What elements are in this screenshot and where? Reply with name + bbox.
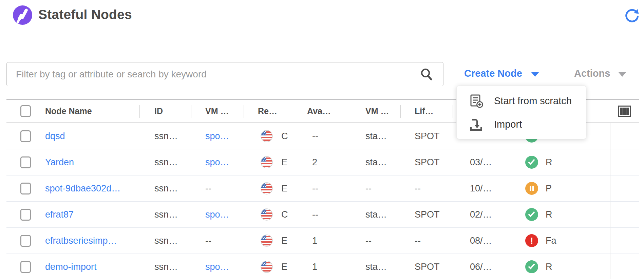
region-letter: E <box>281 236 287 246</box>
col-header-vm-name[interactable]: VM … <box>191 100 244 123</box>
created-date: 10/… <box>453 183 516 194</box>
menu-item-start-from-scratch[interactable]: Start from scratch <box>457 89 586 113</box>
col-header-availability-zone[interactable]: Ava… <box>296 100 349 123</box>
row-checkbox[interactable] <box>20 209 31 221</box>
spot-logo-icon <box>13 5 32 25</box>
lifecycle: SPOT <box>400 209 453 220</box>
actions-button[interactable]: Actions <box>574 68 626 79</box>
node-name-link[interactable]: demo-import <box>38 262 139 272</box>
created-date: 08/… <box>453 236 516 246</box>
menu-item-import[interactable]: Import <box>457 113 586 136</box>
note-add-icon <box>469 94 484 109</box>
lifecycle: SPOT <box>400 157 453 168</box>
table-row: efratbseriesimp… ssn… -- <box>6 228 639 254</box>
row-checkbox[interactable] <box>20 156 31 168</box>
row-checkbox[interactable] <box>20 130 31 142</box>
refresh-icon[interactable] <box>625 8 639 22</box>
actions-label: Actions <box>574 68 610 79</box>
row-end-spacer <box>610 254 639 279</box>
node-name-link[interactable]: efratbseriesimp… <box>38 236 139 246</box>
lifecycle: -- <box>400 183 453 194</box>
status-cell: R <box>516 260 610 273</box>
node-id: ssn… <box>139 131 191 142</box>
region-cell: E <box>244 261 296 273</box>
create-node-menu: Start from scratch Import <box>456 86 586 139</box>
row-checkbox[interactable] <box>20 261 31 273</box>
create-node-label: Create Node <box>464 68 522 79</box>
node-id: ssn… <box>139 209 191 220</box>
availability-zone: 1 <box>296 236 349 246</box>
vm-size: -- <box>349 236 400 246</box>
select-all-checkbox[interactable] <box>20 105 31 117</box>
status-icon <box>525 182 538 195</box>
us-flag-icon <box>261 261 273 273</box>
table-row: spot-9dbae302d… ssn… -- <box>6 175 639 202</box>
region-letter: E <box>281 157 287 168</box>
menu-item-label: Start from scratch <box>494 95 572 107</box>
region-cell: C <box>244 208 296 221</box>
row-end-spacer <box>610 123 639 149</box>
availability-zone: -- <box>296 183 349 194</box>
row-end-spacer <box>610 149 639 175</box>
vm-name-link[interactable]: spo… <box>191 209 244 220</box>
vm-name-link[interactable]: -- <box>191 236 244 246</box>
lifecycle: -- <box>400 236 453 246</box>
row-checkbox[interactable] <box>20 235 31 247</box>
region-cell: C <box>244 130 296 142</box>
lifecycle: SPOT <box>400 131 453 142</box>
vm-size: sta… <box>349 209 400 220</box>
table-row: efrat87 ssn… spo… <box>6 202 639 228</box>
status-icon <box>525 208 538 221</box>
row-end-spacer <box>610 202 639 227</box>
column-picker-icon[interactable] <box>618 106 631 117</box>
col-header-lifecycle[interactable]: Lif… <box>400 100 453 123</box>
vm-name-link[interactable]: spo… <box>191 131 244 142</box>
us-flag-icon <box>261 156 273 168</box>
us-flag-icon <box>261 182 273 194</box>
vm-size: sta… <box>349 157 400 168</box>
us-flag-icon <box>261 208 273 221</box>
col-header-node-name[interactable]: Node Name <box>38 100 139 123</box>
status-cell: R <box>516 156 610 169</box>
created-date: 03/… <box>453 157 516 168</box>
created-date: 02/… <box>453 209 516 220</box>
node-name-link[interactable]: spot-9dbae302d… <box>38 183 139 194</box>
table-body: dqsd ssn… spo… <box>6 123 639 279</box>
region-cell: E <box>244 156 296 168</box>
status-label: P <box>546 183 552 194</box>
search-icon[interactable] <box>420 68 433 81</box>
create-node-button[interactable]: Create Node <box>464 68 539 79</box>
app-header: Stateful Nodes <box>0 0 644 30</box>
col-header-id[interactable]: ID <box>139 100 191 123</box>
availability-zone: 2 <box>296 157 349 168</box>
chevron-down-icon <box>531 72 539 77</box>
region-cell: E <box>244 182 296 194</box>
status-label: Fa <box>546 236 556 246</box>
row-checkbox[interactable] <box>20 183 31 194</box>
status-cell: Fa <box>516 234 610 247</box>
region-letter: E <box>281 262 287 272</box>
node-id: ssn… <box>139 236 191 246</box>
status-icon <box>525 260 538 273</box>
status-label: R <box>546 209 552 220</box>
filter-input[interactable] <box>6 62 443 86</box>
import-icon <box>469 117 484 132</box>
availability-zone: 1 <box>296 262 349 272</box>
node-name-link[interactable]: Yarden <box>38 157 139 168</box>
node-name-link[interactable]: dqsd <box>38 131 139 142</box>
vm-name-link[interactable]: spo… <box>191 262 244 272</box>
node-name-link[interactable]: efrat87 <box>38 209 139 220</box>
vm-name-link[interactable]: spo… <box>191 157 244 168</box>
vm-name-link[interactable]: -- <box>191 183 244 194</box>
col-header-region[interactable]: Re… <box>244 100 296 123</box>
row-end-spacer <box>610 175 639 201</box>
region-letter: E <box>281 183 287 194</box>
availability-zone: -- <box>296 209 349 220</box>
node-id: ssn… <box>139 262 191 272</box>
table-row: demo-import ssn… spo… <box>6 254 639 279</box>
menu-item-label: Import <box>494 119 522 130</box>
node-id: ssn… <box>139 183 191 194</box>
col-header-vm-size[interactable]: VM … <box>349 100 400 123</box>
chevron-down-icon <box>618 72 626 77</box>
vm-size: sta… <box>349 262 400 272</box>
